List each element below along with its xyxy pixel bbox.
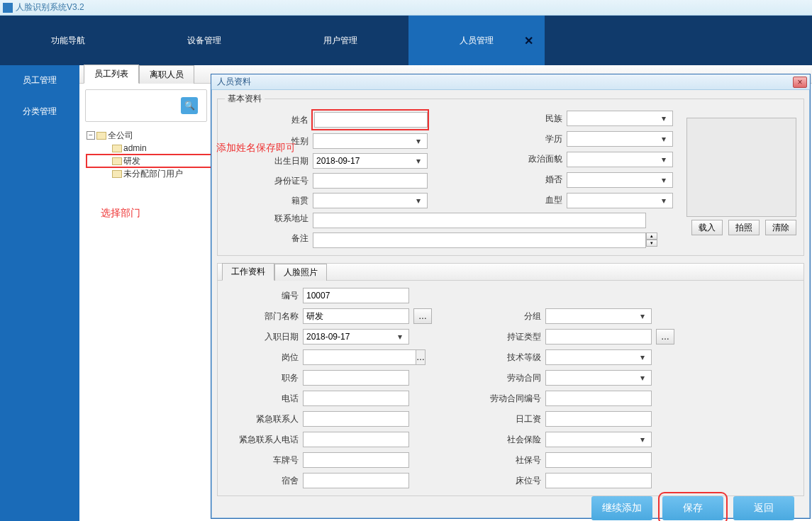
continue-add-button[interactable]: 继续添加 (591, 496, 652, 520)
tab-label: 离职人员 (150, 69, 184, 79)
sidebar: 员工管理 分类管理 (0, 65, 79, 521)
edu-select[interactable]: ▾ (567, 131, 673, 147)
remark-input[interactable] (313, 233, 646, 248)
photo-preview (686, 118, 796, 217)
dailywage-input[interactable] (545, 411, 652, 427)
save-button[interactable]: 保存 (662, 496, 723, 520)
laborcontractno-input[interactable] (545, 391, 652, 406)
certtype-input[interactable] (545, 329, 652, 344)
nav-item-person[interactable]: 人员管理 ✕ (408, 16, 545, 65)
emergencyphone-input[interactable] (303, 432, 409, 447)
chevron-down-icon: ▾ (658, 134, 669, 144)
socialins-select[interactable]: ▾ (545, 432, 652, 447)
tree-label: admin (123, 142, 147, 155)
tab-label: 员工列表 (94, 69, 128, 79)
phone-input[interactable] (303, 391, 409, 406)
chevron-down-icon: ▾ (637, 352, 648, 362)
label-socialins: 社会保险 (442, 434, 541, 446)
post-browse-button[interactable]: … (416, 349, 426, 365)
back-button[interactable]: 返回 (733, 496, 794, 520)
chevron-down-icon: ▾ (658, 155, 669, 164)
tree-collapse-icon[interactable]: − (87, 131, 95, 140)
label-dailywage: 日工资 (442, 413, 541, 425)
label-socialno: 社保号 (442, 454, 541, 466)
top-nav: 功能导航 设备管理 用户管理 人员管理 ✕ (0, 16, 812, 65)
label-carplate: 车牌号 (228, 454, 299, 466)
tree-label: 研发 (123, 155, 140, 167)
tree-label: 未分配部门用户 (123, 167, 183, 180)
label-dorm: 宿舍 (228, 475, 299, 487)
window-title: 人脸识别系统V3.2 (16, 1, 84, 13)
chevron-down-icon: ▾ (637, 373, 648, 383)
origin-select[interactable]: ▾ (313, 193, 428, 208)
blood-select[interactable]: ▾ (567, 193, 673, 208)
nav-label: 功能导航 (51, 35, 85, 47)
nav-item-function[interactable]: 功能导航 (0, 16, 136, 65)
laborcontract-select[interactable]: ▾ (545, 370, 652, 386)
dorm-input[interactable] (303, 473, 409, 488)
emergencycontact-input[interactable] (303, 411, 409, 427)
dialog-close-button[interactable]: × (793, 77, 807, 88)
label-gender: 性别 (225, 135, 308, 147)
dept-browse-button[interactable]: … (413, 308, 432, 324)
close-tab-icon[interactable]: ✕ (524, 34, 533, 47)
dialog-title-text: 人员资料 (217, 76, 251, 88)
nation-select[interactable]: ▾ (567, 111, 673, 126)
search-bar: 🔍 (85, 89, 207, 122)
socialno-input[interactable] (545, 452, 652, 468)
techlevel-select[interactable]: ▾ (545, 349, 652, 365)
tab-employee-list[interactable]: 员工列表 (84, 65, 139, 84)
ellipsis-icon: … (661, 332, 669, 342)
label-position: 职务 (228, 372, 299, 384)
idno-input[interactable] (313, 173, 428, 189)
label-blood: 血型 (449, 194, 562, 206)
spin-up-button[interactable]: ▴ (646, 233, 657, 240)
close-icon: × (797, 77, 802, 87)
chevron-down-icon: ▾ (637, 311, 648, 321)
hiredate-select[interactable]: 2018-09-17▾ (303, 329, 409, 344)
position-input[interactable] (303, 370, 409, 386)
carplate-input[interactable] (303, 452, 409, 468)
politics-select[interactable]: ▾ (567, 152, 673, 167)
nav-item-user[interactable]: 用户管理 (272, 16, 408, 65)
sidebar-item-category[interactable]: 分类管理 (0, 96, 79, 128)
tree-label: 全公司 (108, 129, 133, 142)
nav-item-device[interactable]: 设备管理 (136, 16, 272, 65)
tab-resigned[interactable]: 离职人员 (139, 65, 194, 84)
photo-load-button[interactable]: 载入 (691, 220, 723, 235)
dialog-titlebar: 人员资料 × (211, 74, 810, 90)
post-input[interactable] (303, 349, 416, 365)
name-input[interactable] (314, 112, 428, 128)
marital-select[interactable]: ▾ (567, 172, 673, 188)
chevron-down-icon: ▾ (394, 332, 406, 342)
tab-face-photo[interactable]: 人脸照片 (274, 264, 327, 281)
sidebar-item-employee[interactable]: 员工管理 (0, 65, 79, 96)
label-laborcontract: 劳动合同 (442, 372, 541, 384)
tab-label: 工作资料 (231, 267, 265, 276)
group-select[interactable]: ▾ (545, 308, 652, 324)
empno-input[interactable] (303, 288, 409, 303)
sidebar-label: 员工管理 (23, 74, 57, 86)
label-politics: 政治面貌 (449, 153, 562, 165)
chevron-down-icon: ▾ (413, 156, 424, 166)
app-icon (3, 3, 13, 13)
nav-label: 人员管理 (460, 35, 494, 47)
chevron-down-icon: ▾ (413, 196, 424, 206)
photo-capture-button[interactable]: 拍照 (728, 220, 760, 235)
gender-select[interactable]: ▾ (313, 133, 428, 149)
photo-clear-button[interactable]: 清除 (765, 220, 796, 235)
bedno-input[interactable] (545, 473, 652, 488)
label-group: 分组 (442, 310, 541, 323)
chevron-down-icon: ▾ (413, 136, 424, 146)
spin-down-button[interactable]: ▾ (646, 240, 657, 247)
tab-work-info[interactable]: 工作资料 (222, 263, 274, 281)
certtype-browse-button[interactable]: … (656, 329, 674, 344)
ellipsis-icon: … (418, 311, 427, 321)
search-button[interactable]: 🔍 (181, 97, 198, 114)
dept-input[interactable] (303, 308, 409, 324)
dialog-footer: 继续添加 保存 返回 (217, 496, 804, 520)
address-input[interactable] (313, 213, 646, 228)
window-titlebar: 人脸识别系统V3.2 (0, 0, 812, 16)
birth-date-select[interactable]: 2018-09-17▾ (313, 153, 428, 169)
basic-info-legend: 基本资料 (225, 93, 265, 105)
